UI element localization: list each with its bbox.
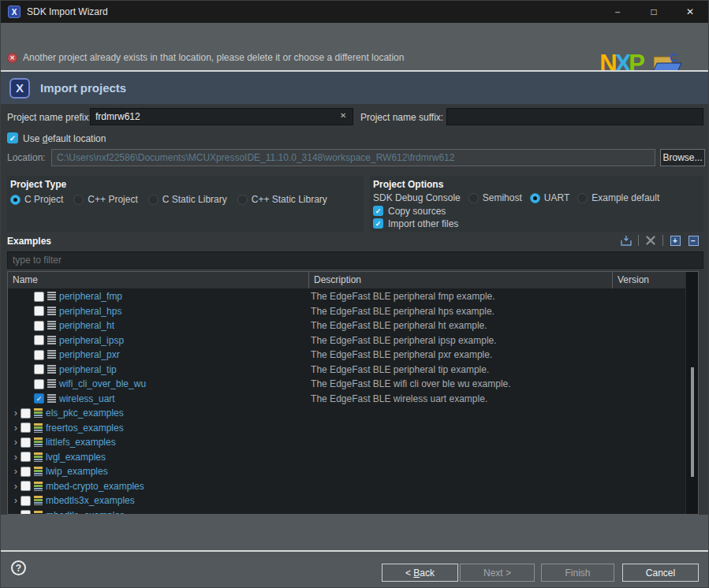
- row-checkbox[interactable]: [21, 452, 31, 462]
- name-cell: peripheral_hps: [8, 304, 308, 319]
- examples-filter-input[interactable]: [7, 251, 703, 269]
- chevron-right-icon[interactable]: ›: [11, 452, 21, 462]
- example-name: peripheral_fmp: [59, 291, 122, 302]
- radio-button[interactable]: [468, 193, 479, 203]
- expand-all-icon[interactable]: +: [669, 234, 681, 247]
- radio-option-semihost[interactable]: Semihost: [468, 192, 522, 203]
- table-row[interactable]: ✓wireless_uartThe EdgeFast BLE wireless …: [8, 392, 685, 407]
- toolbar-separator: [638, 235, 639, 246]
- chevron-right-icon[interactable]: ›: [11, 511, 21, 514]
- checkbox[interactable]: ✓: [373, 218, 383, 229]
- use-default-location-label: Use default location: [23, 133, 106, 144]
- close-button[interactable]: ✕: [672, 1, 708, 23]
- example-description: The EdgeFast BLE peripheral hps example.: [308, 306, 611, 317]
- window-controls: – □ ✕: [599, 1, 708, 23]
- option-checkbox-row: ✓Copy sources: [373, 205, 458, 217]
- table-row[interactable]: peripheral_pxrThe EdgeFast BLE periphera…: [8, 348, 685, 363]
- row-checkbox[interactable]: [34, 306, 44, 316]
- checkbox[interactable]: ✓: [373, 206, 383, 216]
- table-row[interactable]: peripheral_tipThe EdgeFast BLE periphera…: [8, 363, 685, 378]
- option-checkbox-row: ✓Import other files: [373, 218, 458, 229]
- table-row[interactable]: wifi_cli_over_ble_wuThe EdgeFast BLE wif…: [8, 377, 685, 392]
- table-row[interactable]: peripheral_htThe EdgeFast BLE peripheral…: [8, 318, 685, 333]
- name-cell: ›littlefs_examples: [8, 435, 308, 450]
- table-row[interactable]: ›lwip_examples: [8, 464, 685, 479]
- row-checkbox[interactable]: [34, 350, 44, 360]
- minimize-button[interactable]: –: [599, 1, 636, 23]
- example-icon: [47, 292, 56, 301]
- example-group-icon: [34, 511, 43, 514]
- example-description: The EdgeFast BLE wifi cli over ble wu ex…: [308, 378, 611, 389]
- chevron-right-icon[interactable]: ›: [11, 496, 21, 505]
- row-checkbox[interactable]: [34, 292, 44, 302]
- table-row[interactable]: peripheral_fmpThe EdgeFast BLE periphera…: [8, 289, 685, 304]
- vertical-scrollbar[interactable]: [685, 272, 698, 514]
- error-icon: ✕: [7, 53, 17, 63]
- radio-label: UART: [544, 192, 569, 203]
- chevron-right-icon[interactable]: ›: [11, 467, 21, 476]
- column-header-description[interactable]: Description: [309, 272, 613, 288]
- radio-option-c-project[interactable]: C Project: [10, 194, 63, 205]
- collapse-all-icon[interactable]: −: [687, 234, 700, 247]
- radio-button[interactable]: [237, 195, 248, 205]
- help-button[interactable]: ?: [11, 560, 26, 575]
- import-archive-icon[interactable]: [620, 234, 633, 247]
- radio-button[interactable]: [73, 195, 84, 205]
- chevron-right-icon[interactable]: ›: [11, 437, 21, 447]
- name-cell: ›els_pkc_examples: [8, 406, 308, 421]
- project-name-suffix-input[interactable]: [446, 108, 703, 125]
- column-header-version[interactable]: Version: [613, 272, 687, 288]
- row-checkbox[interactable]: [34, 321, 44, 331]
- row-checkbox[interactable]: [21, 481, 31, 491]
- maximize-button[interactable]: □: [636, 1, 672, 23]
- row-checkbox[interactable]: [21, 408, 31, 419]
- row-checkbox[interactable]: [21, 510, 31, 514]
- table-row[interactable]: peripheral_ipspThe EdgeFast BLE peripher…: [8, 333, 685, 348]
- radio-option-example-default[interactable]: Example default: [577, 192, 659, 203]
- radio-option-c-project[interactable]: C++ Project: [73, 194, 137, 205]
- row-checkbox[interactable]: [21, 437, 31, 448]
- row-checkbox[interactable]: [34, 379, 44, 389]
- clear-prefix-icon[interactable]: ✕: [340, 111, 346, 120]
- column-header-name[interactable]: Name: [8, 272, 309, 288]
- use-default-location-checkbox[interactable]: ✓: [7, 132, 18, 143]
- cancel-button[interactable]: Cancel: [622, 564, 699, 582]
- radio-button[interactable]: [577, 193, 588, 203]
- radio-option-uart[interactable]: UART: [530, 192, 569, 203]
- row-checkbox[interactable]: ✓: [34, 393, 44, 404]
- plus-icon: +: [670, 236, 681, 246]
- example-name: wireless_uart: [59, 393, 115, 404]
- radio-button[interactable]: [530, 193, 540, 203]
- project-name-prefix-input[interactable]: [90, 108, 353, 125]
- row-checkbox[interactable]: [21, 496, 31, 506]
- scrollbar-thumb[interactable]: [691, 367, 694, 477]
- table-row[interactable]: ›lvgl_examples: [8, 450, 685, 465]
- radio-button[interactable]: [148, 195, 159, 205]
- prefix-label: Project name prefix:: [7, 112, 91, 123]
- table-row[interactable]: ›mbedtls3x_examples: [8, 493, 685, 508]
- radio-label: C++ Project: [88, 194, 137, 205]
- row-checkbox[interactable]: [21, 467, 31, 477]
- chevron-right-icon[interactable]: ›: [11, 423, 21, 433]
- example-name: lwip_examples: [46, 466, 108, 477]
- table-row[interactable]: ›mbedtls_examples: [8, 508, 685, 515]
- radio-label: C Project: [24, 194, 63, 205]
- row-checkbox[interactable]: [34, 364, 44, 374]
- table-row[interactable]: peripheral_hpsThe EdgeFast BLE periphera…: [8, 304, 685, 319]
- radio-button[interactable]: [10, 195, 21, 205]
- example-group-icon: [34, 452, 43, 462]
- row-checkbox[interactable]: [21, 422, 31, 433]
- chevron-right-icon[interactable]: ›: [11, 482, 21, 491]
- mcuxpresso-app-icon: X: [8, 6, 21, 18]
- table-row[interactable]: ›els_pkc_examples: [8, 406, 685, 421]
- table-row[interactable]: ›littlefs_examples: [8, 435, 685, 450]
- chevron-right-icon[interactable]: ›: [11, 408, 21, 418]
- browse-button[interactable]: Browse...: [660, 149, 705, 166]
- table-row[interactable]: ›freertos_examples: [8, 421, 685, 436]
- table-row[interactable]: ›mbed-crypto_examples: [8, 479, 685, 494]
- back-button[interactable]: < Back: [382, 564, 458, 582]
- radio-option-c-static-library[interactable]: C Static Library: [148, 194, 227, 205]
- radio-option-c-static-library[interactable]: C++ Static Library: [237, 194, 327, 205]
- project-options-checkboxes: ✓Copy sources✓Import other files: [373, 205, 458, 229]
- row-checkbox[interactable]: [34, 335, 44, 345]
